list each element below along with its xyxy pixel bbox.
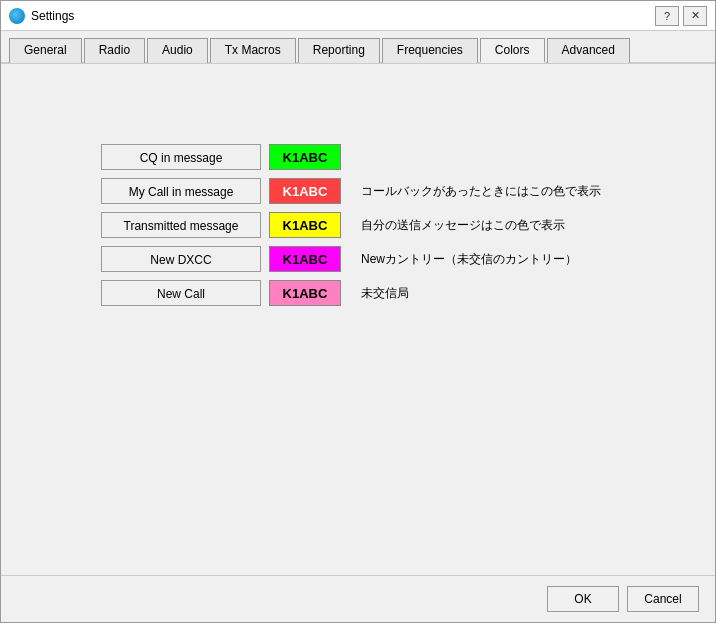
color-swatch-1[interactable]: K1ABC (269, 178, 341, 204)
color-row-1: My Call in messageK1ABCコールバックがあったときにはこの色… (101, 178, 695, 204)
tab-advanced[interactable]: Advanced (547, 38, 630, 63)
color-description-4: 未交信局 (361, 285, 409, 302)
tab-general[interactable]: General (9, 38, 82, 63)
window-title: Settings (31, 9, 655, 23)
tab-bar: GeneralRadioAudioTx MacrosReportingFrequ… (1, 31, 715, 64)
tab-frequencies[interactable]: Frequencies (382, 38, 478, 63)
color-row-2: Transmitted messageK1ABC自分の送信メッセージはこの色で表… (101, 212, 695, 238)
cancel-button[interactable]: Cancel (627, 586, 699, 612)
color-rows: CQ in messageK1ABCMy Call in messageK1AB… (101, 144, 695, 306)
color-description-3: Newカントリー（未交信のカントリー） (361, 251, 577, 268)
color-swatch-0[interactable]: K1ABC (269, 144, 341, 170)
color-swatch-4[interactable]: K1ABC (269, 280, 341, 306)
tab-audio[interactable]: Audio (147, 38, 208, 63)
color-description-2: 自分の送信メッセージはこの色で表示 (361, 217, 565, 234)
color-description-1: コールバックがあったときにはこの色で表示 (361, 183, 601, 200)
footer: OK Cancel (1, 575, 715, 622)
color-row-3: New DXCCK1ABCNewカントリー（未交信のカントリー） (101, 246, 695, 272)
close-button[interactable]: ✕ (683, 6, 707, 26)
help-button[interactable]: ? (655, 6, 679, 26)
content-area: CQ in messageK1ABCMy Call in messageK1AB… (1, 64, 715, 575)
title-bar: Settings ? ✕ (1, 1, 715, 31)
color-swatch-3[interactable]: K1ABC (269, 246, 341, 272)
color-label-3[interactable]: New DXCC (101, 246, 261, 272)
settings-window: Settings ? ✕ GeneralRadioAudioTx MacrosR… (0, 0, 716, 623)
title-bar-buttons: ? ✕ (655, 6, 707, 26)
tab-colors[interactable]: Colors (480, 38, 545, 63)
color-label-4[interactable]: New Call (101, 280, 261, 306)
tab-reporting[interactable]: Reporting (298, 38, 380, 63)
color-row-0: CQ in messageK1ABC (101, 144, 695, 170)
tab-radio[interactable]: Radio (84, 38, 145, 63)
color-label-1[interactable]: My Call in message (101, 178, 261, 204)
ok-button[interactable]: OK (547, 586, 619, 612)
color-label-0[interactable]: CQ in message (101, 144, 261, 170)
color-swatch-2[interactable]: K1ABC (269, 212, 341, 238)
color-label-2[interactable]: Transmitted message (101, 212, 261, 238)
tab-tx-macros[interactable]: Tx Macros (210, 38, 296, 63)
app-icon (9, 8, 25, 24)
color-row-4: New CallK1ABC未交信局 (101, 280, 695, 306)
